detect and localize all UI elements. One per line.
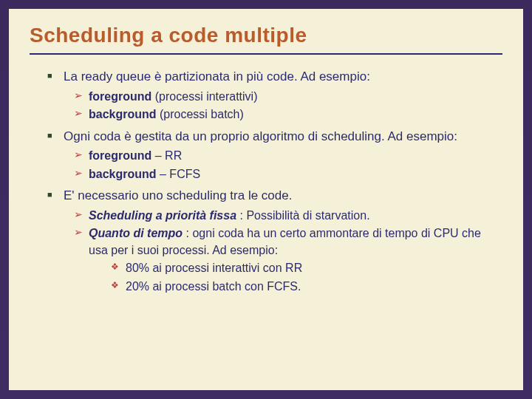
bullet-2b-bold: background	[89, 168, 157, 180]
bullet-1b-text: (processi batch)	[157, 108, 244, 120]
bullet-3b2-text: 20% ai processi batch con FCFS.	[126, 280, 301, 293]
title-divider	[30, 53, 502, 55]
bullet-1a-bold: foreground	[89, 90, 151, 103]
bullet-1b-bold: background	[89, 108, 157, 120]
slide-content: La ready queue è partizionata in più cod…	[30, 68, 502, 295]
bullet-2b: background – FCFS	[74, 166, 502, 183]
bullet-3a-bolditalic: Scheduling a priorità fissa	[89, 209, 236, 222]
bullet-2a: foreground – RR	[74, 148, 502, 164]
bullet-3-text: E' necessario uno scheduling tra le code…	[64, 188, 292, 202]
slide-title: Scheduling a code multiple	[30, 24, 502, 47]
bullet-1a-text: (processi interattivi)	[151, 90, 257, 103]
bullet-3a: Scheduling a priorità fissa : Possibilit…	[74, 208, 502, 224]
bullet-1b: background (processi batch)	[74, 106, 502, 123]
bullet-2: Ogni coda è gestita da un proprio algori…	[47, 128, 502, 146]
bullet-2-text: Ogni coda è gestita da un proprio algori…	[64, 129, 457, 143]
bullet-1: La ready queue è partizionata in più cod…	[47, 68, 502, 86]
bullet-1-text: La ready queue è partizionata in più cod…	[64, 69, 370, 83]
bullet-3b1: 80% ai processi interattivi con RR	[111, 260, 502, 276]
bullet-3b1-text: 80% ai processi interattivi con RR	[126, 262, 302, 274]
bullet-1a: foreground (processi interattivi)	[74, 89, 502, 105]
bullet-3: E' necessario uno scheduling tra le code…	[47, 187, 502, 205]
bullet-2b-text: – FCFS	[157, 168, 201, 180]
bullet-2a-bold: foreground	[89, 149, 151, 162]
bullet-3b-bolditalic: Quanto di tempo	[89, 227, 183, 239]
bullet-3a-text: : Possibilità di starvation.	[236, 209, 370, 222]
slide: Scheduling a code multiple La ready queu…	[9, 9, 523, 390]
bullet-3b2: 20% ai processi batch con FCFS.	[111, 279, 502, 295]
bullet-2a-text: – RR	[151, 149, 182, 162]
bullet-3b: Quanto di tempo : ogni coda ha un certo …	[74, 225, 502, 259]
